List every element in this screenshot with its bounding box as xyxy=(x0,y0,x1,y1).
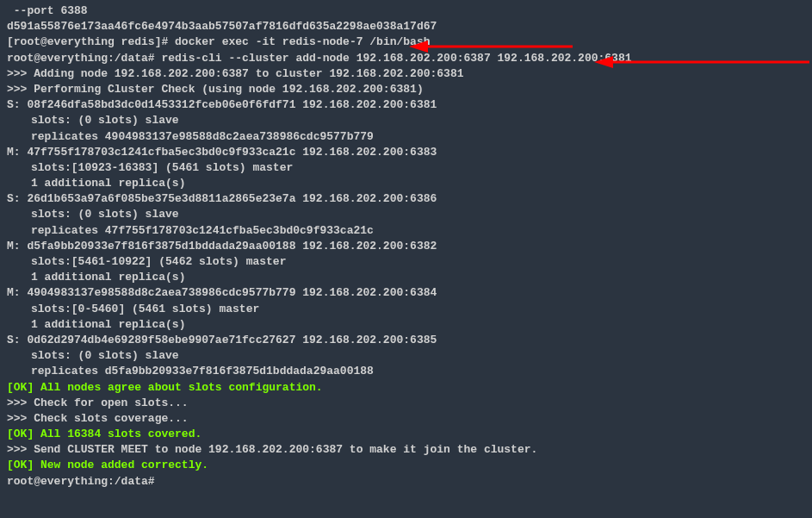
output-line: M: 47f755f178703c1241cfba5ec3bd0c9f933ca… xyxy=(7,145,805,160)
ok-line: [OK] All 16384 slots covered. xyxy=(7,427,805,442)
output-line: slots:[5461-10922] (5462 slots) master xyxy=(7,254,805,270)
output-line: replicates d5fa9bb20933e7f816f3875d1bdda… xyxy=(7,364,805,379)
output-line: 1 additional replica(s) xyxy=(7,176,805,191)
output-line: >>> Adding node 192.168.202.200:6387 to … xyxy=(7,66,805,82)
shell-prompt: root@everything:/data# xyxy=(7,474,805,490)
shell-prompt: root@everything:/data# xyxy=(7,52,161,65)
ok-line: [OK] All nodes agree about slots configu… xyxy=(7,380,805,396)
output-line: --port 6388 xyxy=(7,3,805,19)
output-line: >>> Check for open slots... xyxy=(7,396,805,411)
command-line: root@everything:/data# redis-cli --clust… xyxy=(7,51,805,66)
output-line: >>> Send CLUSTER MEET to node 192.168.20… xyxy=(7,442,805,458)
shell-prompt: [root@everything redis]# xyxy=(7,35,175,48)
terminal-output[interactable]: --port 6388 d591a55876e173aa46fc6e4974b3… xyxy=(7,3,805,490)
output-line: S: 0d62d2974db4e69289f58ebe9907ae71fcc27… xyxy=(7,333,805,348)
output-line: slots:[0-5460] (5461 slots) master xyxy=(7,302,805,317)
output-line: 1 additional replica(s) xyxy=(7,270,805,285)
output-line: replicates 47f755f178703c1241cfba5ec3bd0… xyxy=(7,223,805,239)
output-line: 1 additional replica(s) xyxy=(7,317,805,333)
output-line: >>> Check slots coverage... xyxy=(7,411,805,427)
output-line: replicates 4904983137e98588d8c2aea738986… xyxy=(7,129,805,145)
ok-line: [OK] New node added correctly. xyxy=(7,458,805,473)
output-line: M: 4904983137e98588d8c2aea738986cdc9577b… xyxy=(7,285,805,301)
command-line: [root@everything redis]# docker exec -it… xyxy=(7,34,805,50)
output-line: slots: (0 slots) slave xyxy=(7,113,805,128)
output-line: d591a55876e173aa46fc6e4974b3aab57507af78… xyxy=(7,19,805,34)
output-line: slots: (0 slots) slave xyxy=(7,207,805,222)
output-line: >>> Performing Cluster Check (using node… xyxy=(7,82,805,97)
command-text: docker exec -it redis-node-7 /bin/bash xyxy=(175,35,430,48)
output-line: slots: (0 slots) slave xyxy=(7,348,805,364)
output-line: M: d5fa9bb20933e7f816f3875d1bddada29aa00… xyxy=(7,239,805,254)
output-line: S: 26d1b653a97a6f085be375e3d8811a2865e23… xyxy=(7,191,805,207)
output-line: S: 08f246dfa58bd3dc0d1453312fceb06e0f6fd… xyxy=(7,97,805,113)
output-line: slots:[10923-16383] (5461 slots) master xyxy=(7,160,805,176)
command-text: redis-cli --cluster add-node 192.168.202… xyxy=(161,52,631,65)
